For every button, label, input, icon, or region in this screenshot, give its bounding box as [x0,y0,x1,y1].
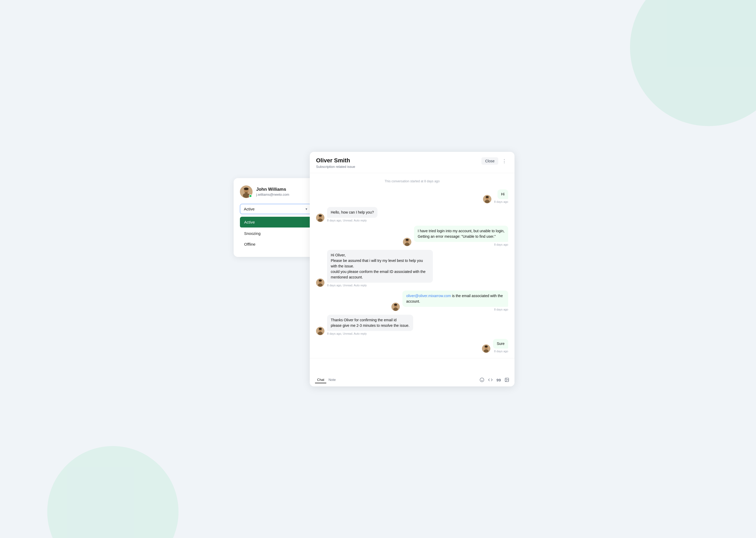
message-row: Hello, how can I help you? 8 days ago, U… [316,207,508,222]
message-bubble: oliver@oliver.mixarrow.com is the email … [402,291,508,307]
svg-point-3 [244,188,249,190]
svg-point-30 [484,350,489,352]
message-row: Thanks Oliver for confirming the email i… [316,315,508,335]
sender-avatar-svg [391,303,400,311]
image-button[interactable] [504,377,509,382]
scene: John Williams j.williams@neeto.com Activ… [234,152,522,386]
chevron-down-icon: ▾ [306,207,307,211]
profile-card: John Williams j.williams@neeto.com Activ… [234,178,318,257]
svg-point-33 [480,378,484,382]
header-actions: Close ⋮ [481,157,508,165]
svg-point-18 [318,284,323,287]
input-toolbar: Chat Note [310,375,514,386]
receiver-avatar [316,279,324,287]
svg-point-4 [245,192,248,193]
message-content: I have tried login into my account, but … [414,226,508,246]
message-meta: 8 days ago, Unread. Auto reply [327,332,413,335]
message-meta: 8 days ago, Unread. Auto reply [327,219,377,222]
message-content: oliver@oliver.mixarrow.com is the email … [402,291,508,311]
code-button[interactable] [488,377,493,382]
chat-header: Oliver Smith Subscription related issue … [310,152,514,173]
receiver-avatar [316,214,324,222]
close-button[interactable]: Close [481,157,498,165]
svg-point-6 [485,200,490,203]
tab-note[interactable]: Note [326,377,338,383]
svg-point-32 [485,346,488,348]
svg-point-10 [318,219,323,222]
input-area: Chat Note [310,358,514,386]
message-bubble: Thanks Oliver for confirming the email i… [327,315,413,331]
bg-decoration-bottom-left [47,446,178,538]
image-icon [504,377,509,382]
email-link[interactable]: oliver@oliver.mixarrow.com [406,294,451,298]
sender-avatar-svg [482,345,490,353]
message-content: Thanks Oliver for confirming the email i… [327,315,413,335]
chat-title-group: Oliver Smith Subscription related issue [316,157,355,169]
message-input[interactable] [310,358,514,374]
chat-contact-name: Oliver Smith [316,157,355,164]
dropdown-item-offline[interactable]: Offline [240,239,311,249]
emoji-button[interactable] [480,377,484,382]
receiver-avatar-svg [316,214,324,222]
svg-point-26 [318,332,323,335]
receiver-avatar [316,327,324,335]
message-row: Hi 8 days ago [316,189,508,203]
emoji-icon [480,377,484,382]
message-bubble: I have tried login into my account, but … [414,226,508,242]
profile-info: John Williams j.williams@neeto.com [256,187,289,196]
dropdown-selected-label: Active [244,207,255,211]
svg-point-8 [486,196,489,198]
more-options-button[interactable]: ⋮ [500,157,508,165]
svg-point-16 [405,239,409,241]
receiver-avatar-svg [316,327,324,335]
message-content: Sure 8 days ago [493,339,508,353]
status-dropdown-menu: Active Snoozing Offline [240,217,311,249]
message-content: Hello, how can I help you? 8 days ago, U… [327,207,377,222]
message-content: Hi 8 days ago [494,189,508,203]
sender-avatar [483,195,492,203]
svg-point-14 [405,243,409,246]
user-name: John Williams [256,187,289,192]
message-meta: 8 days ago [494,200,508,203]
message-meta: 8 days ago [494,350,508,353]
vertical-dots-icon: ⋮ [502,158,507,164]
message-bubble: Sure [493,339,508,349]
status-indicator [249,194,252,197]
message-row: Sure 8 days ago [316,339,508,353]
svg-point-12 [319,215,322,217]
chat-header-top: Oliver Smith Subscription related issue … [316,157,508,169]
sender-avatar [403,238,411,246]
bg-decoration-top-right [630,0,756,126]
message-meta: 8 days ago [494,243,508,246]
svg-point-22 [393,308,398,311]
messages-area[interactable]: This conversation started at 8 days ago … [310,173,514,358]
chat-subject: Subscription related issue [316,165,355,169]
message-row: Hi Oliver,Please be assured that i will … [316,250,508,287]
receiver-avatar-svg [316,279,324,287]
message-row: I have tried login into my account, but … [316,226,508,246]
sender-avatar [391,303,400,311]
status-dropdown[interactable]: Active ▾ [240,204,311,214]
system-message: This conversation started at 8 days ago [316,180,508,183]
message-bubble: Hi Oliver,Please be assured that i will … [327,250,433,283]
code-icon [488,377,493,382]
input-tabs: Chat Note [315,377,338,383]
quote-icon: 99 [496,378,501,382]
tab-chat[interactable]: Chat [315,377,326,383]
svg-point-1 [243,193,250,198]
user-email: j.williams@neeto.com [256,192,289,196]
sender-avatar-svg [483,195,492,203]
profile-header: John Williams j.williams@neeto.com [240,186,311,198]
svg-point-37 [506,379,506,379]
dropdown-item-snoozing[interactable]: Snoozing [240,228,311,239]
sender-avatar-svg [403,238,411,246]
sender-avatar [482,345,490,353]
svg-point-28 [319,328,322,330]
message-meta: 8 days ago [494,308,508,311]
message-bubble: Hi [497,189,508,199]
input-icons: 99 [480,377,509,382]
chat-panel: Oliver Smith Subscription related issue … [310,152,514,386]
message-bubble: Hello, how can I help you? [327,207,377,218]
dropdown-item-active[interactable]: Active [240,217,311,228]
quote-button[interactable]: 99 [496,378,501,382]
